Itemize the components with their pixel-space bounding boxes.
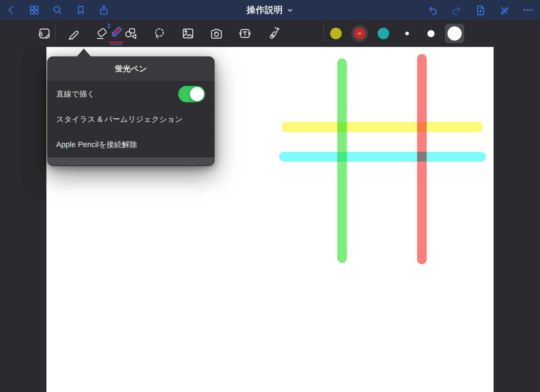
bookmark-icon xyxy=(75,4,86,16)
title-chevron-down-icon xyxy=(287,5,293,15)
draw-straight-line-toggle[interactable] xyxy=(178,86,205,102)
undo-button[interactable] xyxy=(427,4,439,16)
color-swatch-teal[interactable] xyxy=(372,20,395,47)
drawing-toolbar: a xyxy=(0,20,540,47)
disconnect-apple-pencil-label: Apple Pencilを接続解除 xyxy=(56,139,137,150)
image-icon xyxy=(181,26,195,41)
undo-icon xyxy=(427,4,438,16)
disconnect-apple-pencil-row[interactable]: Apple Pencilを接続解除 xyxy=(47,132,215,157)
document-overview-button[interactable] xyxy=(28,4,41,16)
stylus-palm-rejection-label: スタイラス & パームリジェクション xyxy=(56,114,183,125)
redo-button[interactable] xyxy=(450,4,463,16)
more-options-button[interactable] xyxy=(522,4,534,16)
highlighter-popover: 蛍光ペン 直線で描く スタイラス & パームリジェクション Apple Penc… xyxy=(47,56,215,166)
color-swatch-yellow[interactable] xyxy=(324,20,348,47)
lasso-icon xyxy=(152,26,167,41)
canvas-area: 蛍光ペン 直線で描く スタイラス & パームリジェクション Apple Penc… xyxy=(0,47,540,392)
selected-color-ring xyxy=(351,25,368,42)
top-navigation-bar: 操作説明 xyxy=(0,0,540,20)
goodnotes-app: 操作説明 xyxy=(0,0,540,392)
grid-icon xyxy=(29,4,40,16)
popover-partial-next-row xyxy=(47,157,215,165)
share-button[interactable] xyxy=(98,4,110,16)
bluetooth-icon xyxy=(106,22,112,30)
chevron-down-icon xyxy=(357,31,362,36)
search-button[interactable] xyxy=(51,4,64,16)
redo-icon xyxy=(451,4,462,16)
page-panel-tool[interactable]: a xyxy=(37,20,51,47)
pen-tool[interactable] xyxy=(66,20,80,47)
stroke-size-large-selected[interactable] xyxy=(443,20,466,47)
text-tool[interactable] xyxy=(238,20,252,47)
shapes-tool[interactable] xyxy=(124,20,138,47)
add-page-button[interactable] xyxy=(474,4,487,16)
tool-group: a xyxy=(37,20,281,47)
stroke-size-small[interactable] xyxy=(395,20,419,47)
page-title: 操作説明 xyxy=(247,4,283,16)
text-icon xyxy=(238,26,252,41)
svg-text:a: a xyxy=(38,29,43,38)
bookmark-button[interactable] xyxy=(74,4,87,16)
back-button[interactable] xyxy=(5,4,17,16)
toggle-knob xyxy=(190,87,204,101)
toolbar-divider xyxy=(55,25,56,42)
share-icon xyxy=(98,4,109,16)
color-swatch-red-selected[interactable] xyxy=(348,20,372,47)
stylus-palm-rejection-row[interactable]: スタイラス & パームリジェクション xyxy=(47,107,215,132)
ellipsis-icon xyxy=(522,4,533,16)
yellow-horizontal-line xyxy=(281,122,483,132)
cyan-horizontal-line xyxy=(279,152,486,162)
draw-straight-line-label: 直線で描く xyxy=(56,89,95,99)
panel-a-icon: a xyxy=(37,26,51,41)
laser-pointer-icon xyxy=(266,26,281,41)
add-page-icon xyxy=(475,4,486,16)
swatch-group xyxy=(324,20,466,47)
pencil-off-icon xyxy=(499,4,510,16)
draw-straight-line-row[interactable]: 直線で描く xyxy=(47,81,215,107)
stroke-size-medium[interactable] xyxy=(419,20,443,47)
document-title[interactable]: 操作説明 xyxy=(247,0,293,20)
exit-edit-mode-button[interactable] xyxy=(498,4,510,16)
highlighter-tool[interactable] xyxy=(109,20,124,47)
shapes-icon xyxy=(124,26,138,41)
topbar-left-group xyxy=(5,0,110,20)
laser-pointer-tool[interactable] xyxy=(266,20,281,47)
red-vertical-line xyxy=(417,54,427,264)
green-vertical-line xyxy=(337,59,347,263)
lasso-tool[interactable] xyxy=(152,20,167,47)
camera-icon xyxy=(209,26,224,41)
topbar-right-group xyxy=(427,0,534,20)
chevron-left-icon xyxy=(6,4,17,16)
popover-title: 蛍光ペン xyxy=(47,56,215,81)
camera-tool[interactable] xyxy=(209,20,224,47)
image-tool[interactable] xyxy=(181,20,195,47)
pen-icon xyxy=(66,26,80,41)
search-icon xyxy=(52,4,63,16)
selected-size-background xyxy=(445,24,464,43)
popover-arrow xyxy=(77,49,91,56)
highlighter-selected-underline xyxy=(109,42,123,45)
